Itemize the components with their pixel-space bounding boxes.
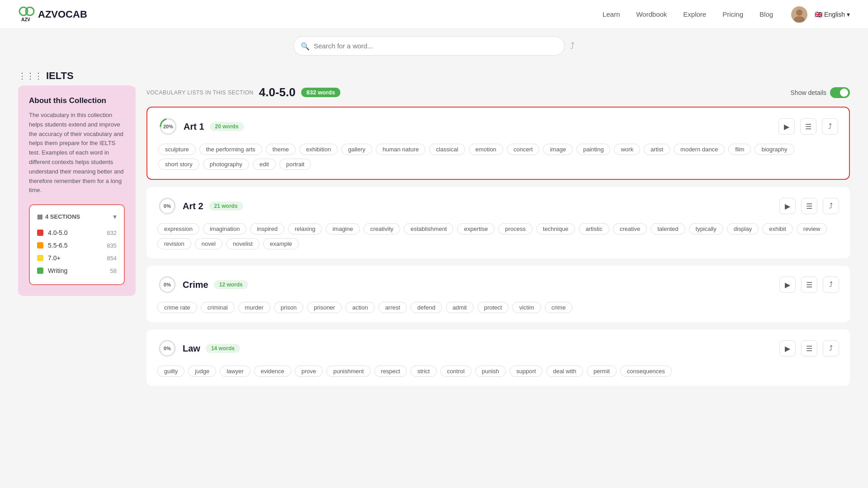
tag[interactable]: defend [410,302,442,313]
tag[interactable]: action [345,302,375,313]
tag[interactable]: murder [238,302,270,313]
tag[interactable]: imagination [203,223,247,235]
tag[interactable]: emotion [469,144,503,155]
nav-learn[interactable]: Learn [603,10,620,18]
tag[interactable]: expertise [457,223,495,235]
tag[interactable]: strict [410,366,436,377]
tag[interactable]: victim [512,302,541,313]
tag[interactable]: criminal [201,302,235,313]
show-details-toggle[interactable] [830,87,850,98]
card-share-button[interactable]: ⤴ [823,277,839,293]
tag[interactable]: artist [644,144,670,155]
avatar[interactable] [791,6,807,23]
tag[interactable]: prisoner [307,302,342,313]
language-selector[interactable]: 🇬🇧 English ▾ [815,11,850,18]
nav-pricing[interactable]: Pricing [722,10,743,18]
tag[interactable]: modern dance [674,144,725,155]
tag[interactable]: prison [274,302,303,313]
tag[interactable]: support [509,366,542,377]
breadcrumb: ⋮⋮⋮ IELTS [0,63,868,85]
sidebar-section-item[interactable]: Writing 58 [37,264,117,277]
tag[interactable]: edit [253,159,276,170]
card-header: 0% Law 14 words ▶ ☰ ⤴ [157,338,839,358]
tag[interactable]: display [727,223,759,235]
section-name: 4.0-5.0 [48,229,102,236]
card-share-button[interactable]: ⤴ [823,198,839,214]
tag[interactable]: example [263,238,299,249]
tag[interactable]: novelist [226,238,259,249]
tag[interactable]: imagine [326,223,360,235]
share-icon[interactable]: ⤴ [570,41,575,51]
tag[interactable]: judge [188,366,216,377]
card-play-button[interactable]: ▶ [778,118,795,135]
tag[interactable]: painting [576,144,611,155]
nav-explore[interactable]: Explore [683,10,706,18]
tag[interactable]: technique [536,223,575,235]
tag[interactable]: permit [587,366,617,377]
tag[interactable]: review [797,223,827,235]
nav-blog[interactable]: Blog [760,10,773,18]
tag[interactable]: work [614,144,640,155]
tag[interactable]: evidence [254,366,291,377]
tag[interactable]: biography [755,144,794,155]
card-list-button[interactable]: ☰ [801,277,817,293]
tag[interactable]: short story [158,159,199,170]
card-share-button[interactable]: ⤴ [822,118,838,135]
card-list-button[interactable]: ☰ [801,340,817,357]
card-play-button[interactable]: ▶ [779,340,796,357]
sidebar-section-item[interactable]: 7.0+ 854 [37,252,117,264]
tag[interactable]: novel [195,238,222,249]
logo[interactable]: AZV AZVOCAB [18,6,87,23]
tag[interactable]: consequences [620,366,672,377]
tag[interactable]: human nature [376,144,425,155]
tag[interactable]: arrest [378,302,407,313]
tag[interactable]: guilty [157,366,184,377]
progress-circle: 0% [157,275,177,295]
tag[interactable]: sculpture [158,144,196,155]
tag[interactable]: respect [374,366,407,377]
tag[interactable]: prove [295,366,323,377]
tag[interactable]: artistic [579,223,609,235]
card-list-button[interactable]: ☰ [801,198,817,214]
tag[interactable]: revision [157,238,191,249]
grid-icon[interactable]: ⋮⋮⋮ [18,71,42,81]
card-share-button[interactable]: ⤴ [823,340,839,357]
tag[interactable]: punish [475,366,506,377]
card-play-button[interactable]: ▶ [779,198,796,214]
tag[interactable]: gallery [341,144,372,155]
tag[interactable]: expression [157,223,199,235]
tag[interactable]: typically [689,223,723,235]
sections-chevron-icon[interactable]: ▾ [113,212,117,221]
tag[interactable]: lawyer [220,366,250,377]
nav-wordbook[interactable]: Wordbook [636,10,667,18]
tag[interactable]: image [543,144,572,155]
tag[interactable]: portrait [279,159,311,170]
tag[interactable]: creative [613,223,647,235]
tag[interactable]: photography [203,159,249,170]
tag[interactable]: exhibition [299,144,338,155]
tag[interactable]: classical [429,144,465,155]
tag[interactable]: the performing arts [199,144,262,155]
tag[interactable]: concert [507,144,540,155]
tag[interactable]: creativity [363,223,400,235]
tag[interactable]: theme [266,144,296,155]
tag[interactable]: protect [477,302,509,313]
sidebar-section-item[interactable]: 4.0-5.0 832 [37,226,117,239]
tag[interactable]: process [498,223,533,235]
sidebar-section-item[interactable]: 5.5-6.5 835 [37,239,117,252]
tag[interactable]: control [440,366,472,377]
search-input[interactable] [293,36,565,56]
tag[interactable]: crime rate [157,302,197,313]
tag[interactable]: relaxing [288,223,322,235]
tag[interactable]: crime [545,302,573,313]
tag[interactable]: establishment [404,223,453,235]
tag[interactable]: punishment [326,366,370,377]
card-list-button[interactable]: ☰ [800,118,816,135]
tag[interactable]: inspired [250,223,284,235]
tag[interactable]: admit [446,302,474,313]
card-play-button[interactable]: ▶ [779,277,796,293]
tag[interactable]: talented [651,223,685,235]
tag[interactable]: exhibit [762,223,793,235]
tag[interactable]: film [728,144,751,155]
tag[interactable]: deal with [546,366,583,377]
